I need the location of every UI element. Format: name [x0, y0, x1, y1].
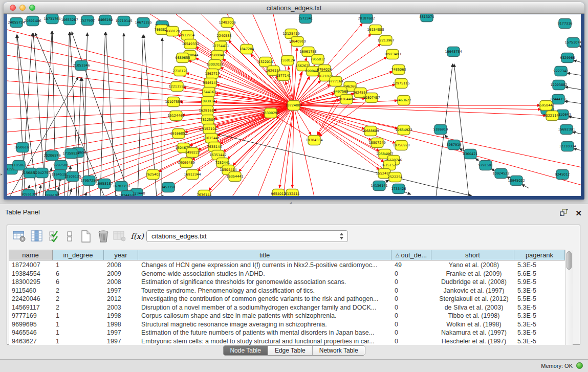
graph-node[interactable]: 10107554: [165, 97, 182, 107]
graph-node[interactable]: 16549333: [182, 39, 199, 49]
graph-node[interactable]: 9329966: [560, 53, 575, 63]
tab-network-table[interactable]: Network Table: [313, 346, 365, 355]
column-header-in_degree[interactable]: in_degree: [53, 250, 104, 260]
table-row[interactable]: 911546021997Tourette syndrome. Phenomeno…: [9, 287, 565, 295]
graph-node[interactable]: 9227342: [554, 67, 569, 76]
graph-node[interactable]: 16354441: [226, 172, 243, 182]
graph-node[interactable]: 7955812: [311, 55, 325, 64]
graph-node[interactable]: 7636144: [197, 190, 212, 196]
graph-node[interactable]: 10924522: [492, 169, 509, 179]
graph-node[interactable]: 18945022: [508, 176, 525, 186]
graph-node[interactable]: 16291614: [199, 106, 215, 116]
graph-node[interactable]: 1733426: [391, 184, 406, 194]
graph-node[interactable]: 8500849: [210, 51, 225, 60]
graph-node[interactable]: 19756928: [393, 141, 409, 150]
tab-node-table[interactable]: Node Table: [223, 346, 268, 355]
table-row[interactable]: 1938455462009Genome-wide association stu…: [9, 270, 565, 278]
graph-node[interactable]: 12093882: [550, 80, 567, 90]
graph-node[interactable]: 12942757: [33, 168, 50, 178]
select-all-rows-icon[interactable]: [47, 229, 61, 244]
graph-node[interactable]: 9889655: [176, 53, 190, 63]
graph-node[interactable]: 12213967: [377, 36, 394, 46]
graph-node[interactable]: 16154808: [367, 25, 384, 35]
graph-node[interactable]: 2522254: [388, 172, 403, 182]
graph-node[interactable]: 1862717: [205, 69, 220, 79]
column-header-out_de[interactable]: △out_de...: [391, 250, 431, 260]
graph-node[interactable]: 1185061: [12, 161, 27, 170]
graph-node[interactable]: 10973493: [384, 50, 401, 59]
graph-node[interactable]: 9463627: [397, 96, 411, 105]
graph-node[interactable]: 3457791: [161, 183, 176, 192]
graph-node[interactable]: 12975115: [393, 79, 409, 89]
graph-node[interactable]: 8813074: [420, 14, 434, 22]
graph-node[interactable]: 8967919: [447, 140, 462, 150]
column-header-pagerank[interactable]: pagerank: [514, 250, 565, 260]
table-row[interactable]: 2242004622012Investigating the contribut…: [9, 295, 565, 303]
network-canvas[interactable]: 2405572420691406187317641065328715276028…: [7, 14, 581, 196]
graph-node[interactable]: 14099489: [178, 158, 194, 168]
tab-edge-table[interactable]: Edge Table: [268, 346, 313, 355]
graph-node[interactable]: 1322014: [258, 57, 273, 67]
graph-node[interactable]: 19384554: [306, 136, 322, 145]
graph-node[interactable]: 9055135: [21, 190, 36, 196]
graph-node[interactable]: 15124461: [167, 111, 184, 121]
function-builder-icon[interactable]: f(x): [130, 229, 144, 244]
graph-node[interactable]: 8132414: [285, 189, 300, 196]
vertical-scrollbar[interactable]: [565, 250, 573, 345]
graph-node[interactable]: 14136141: [371, 181, 387, 191]
graph-node[interactable]: 16782759: [113, 182, 129, 191]
column-header-short[interactable]: short: [431, 250, 514, 260]
graph-node[interactable]: 12482006: [219, 18, 235, 28]
split-divider-handle-icon[interactable]: ▸: [1, 172, 3, 177]
graph-node[interactable]: 9777169: [329, 77, 343, 86]
graph-node[interactable]: 9177316: [558, 19, 573, 29]
graph-node[interactable]: 20206576: [43, 151, 60, 161]
graph-node[interactable]: 7544161: [202, 87, 216, 97]
graph-node[interactable]: 8466160: [98, 15, 113, 25]
graph-node[interactable]: 9291501: [478, 161, 493, 170]
column-header-title[interactable]: title: [138, 250, 391, 260]
graph-node[interactable]: 1527602: [80, 16, 95, 26]
graph-node[interactable]: 7812504: [201, 115, 215, 125]
table-selector-dropdown[interactable]: citations_edges.txt: [146, 230, 348, 242]
graph-node[interactable]: 18807249: [368, 138, 385, 148]
graph-node[interactable]: 19166852: [170, 129, 187, 139]
table-row[interactable]: 1830029562008Estimation of significance …: [9, 278, 565, 287]
table-row[interactable]: 969969511998Structural magnetic resonanc…: [9, 320, 565, 329]
graph-node[interactable]: 10719145: [115, 16, 132, 26]
network-graph-svg[interactable]: 2405572420691406187317641065328715276028…: [7, 14, 581, 196]
graph-node[interactable]: 9654012: [271, 189, 286, 196]
graph-node[interactable]: 11015441: [203, 134, 220, 143]
unselect-rows-icon[interactable]: [62, 229, 77, 244]
graph-node[interactable]: 7485063: [391, 65, 406, 75]
close-panel-icon[interactable]: ✕: [575, 210, 582, 217]
graph-node[interactable]: 10653287: [61, 15, 78, 25]
graph-node[interactable]: 5186919: [433, 125, 448, 135]
table-row[interactable]: 946362711997Embryonic stem cells: a mode…: [9, 337, 565, 345]
graph-node[interactable]: 20691406: [24, 16, 41, 26]
graph-node[interactable]: 15751074: [564, 38, 581, 48]
graph-node[interactable]: 12505135: [64, 172, 81, 182]
graph-node[interactable]: 1847204: [239, 45, 254, 54]
graph-node[interactable]: 12213559: [168, 82, 185, 92]
graph-node[interactable]: 13002021: [206, 60, 223, 70]
float-panel-icon[interactable]: [560, 209, 568, 218]
graph-node[interactable]: 1577141: [276, 71, 291, 81]
graph-node[interactable]: 17957253: [80, 176, 97, 186]
table-settings-icon[interactable]: [12, 229, 27, 244]
column-header-year[interactable]: year: [104, 250, 138, 260]
graph-node[interactable]: 2718126: [173, 67, 188, 76]
table-row[interactable]: 946554611997Estimation of the future num…: [9, 329, 565, 337]
graph-node[interactable]: 10807487: [363, 93, 380, 103]
table-row[interactable]: 977716911998Corpus callosum shape and si…: [9, 312, 565, 320]
graph-node[interactable]: 18640910: [289, 37, 306, 47]
graph-node[interactable]: 19654923: [395, 125, 412, 135]
graph-node[interactable]: 9660128: [165, 27, 180, 36]
graph-node[interactable]: 17359924: [62, 149, 79, 159]
graph-node[interactable]: 1498223: [185, 148, 200, 158]
select-column-icon[interactable]: [30, 229, 44, 244]
graph-node[interactable]: 15958441: [537, 101, 554, 111]
graph-node[interactable]: 8360421: [463, 149, 478, 159]
graph-node[interactable]: 1572341: [298, 14, 313, 24]
memory-ok-indicator-icon[interactable]: [576, 362, 583, 369]
